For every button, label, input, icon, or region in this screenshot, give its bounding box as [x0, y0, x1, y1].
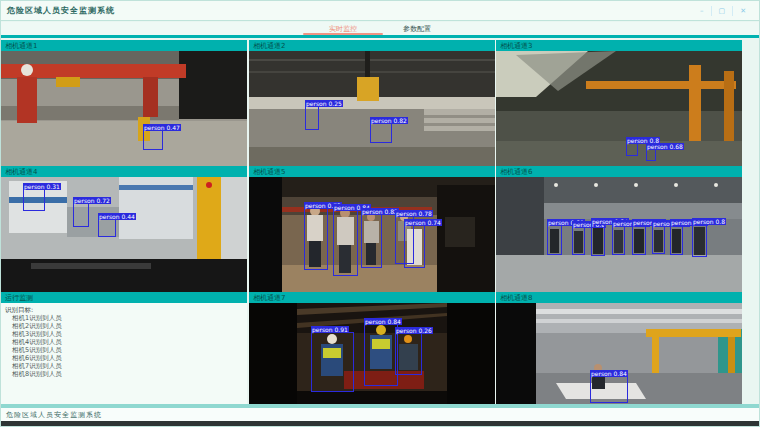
camera-channel-label: 相机通道5	[253, 167, 285, 177]
detection-box: person 0.25	[305, 106, 319, 130]
camera-channel-label: 相机通道3	[500, 41, 532, 51]
status-bar: 危险区域人员安全监测系统	[1, 408, 759, 421]
detection-label: person 0.84	[590, 370, 628, 377]
camera-feed-7[interactable]: person 0.91 person 0.84 person 0.26	[249, 303, 495, 404]
detection-box: person 0.89	[547, 225, 562, 255]
window-footer	[1, 421, 759, 427]
camera-scene-2	[249, 51, 495, 166]
log-list: 识别目标: 相机1识别到人员 相机2识别到人员 相机3识别到人员 相机4识别到人…	[1, 303, 247, 404]
window-controls: – ▢ ✕	[693, 6, 753, 16]
camera-panel-header: 相机通道3	[496, 40, 742, 51]
detection-label: person 0.44	[98, 213, 136, 220]
camera-panel-8: 相机通道8	[496, 292, 742, 404]
title-bar: 危险区域人员安全监测系统 – ▢ ✕	[1, 1, 759, 21]
camera-panel-2: 相机通道2 person 0.25	[249, 40, 495, 166]
log-panel-header: 运行监测	[1, 292, 247, 303]
detection-label: person 0.84	[364, 318, 402, 325]
detection-box: person 0.82	[361, 214, 382, 268]
camera-feed-8[interactable]: person 0.84	[496, 303, 742, 404]
log-line: 相机7识别到人员	[5, 362, 243, 370]
log-line: 相机1识别到人员	[5, 314, 243, 322]
camera-panel-5: 相机通道5	[249, 166, 495, 292]
log-line: 相机6识别到人员	[5, 354, 243, 362]
camera-feed-1[interactable]: person 0.47	[1, 51, 247, 166]
detection-box: person 0.84	[591, 224, 605, 256]
detection-box: person 0.8	[692, 224, 707, 257]
tab-bar: 实时监控 参数配置	[1, 22, 759, 35]
camera-panel-header: 相机通道8	[496, 292, 742, 303]
log-line: 相机8识别到人员	[5, 370, 243, 378]
detection-box: person 0.31	[23, 189, 45, 211]
camera-panel-header: 相机通道7	[249, 292, 495, 303]
detection-label: person 0.74	[404, 219, 442, 226]
camera-grid: 相机通道1 person 0.47	[1, 40, 743, 404]
camera-panel-header: 相机通道5	[249, 166, 495, 177]
detection-box: person 0.82	[370, 123, 392, 143]
detection-label: person 0.78	[395, 210, 433, 217]
detection-box: person 0.84	[590, 376, 628, 403]
header-divider	[1, 35, 759, 38]
detection-box: person 0.68	[646, 149, 656, 161]
detection-box: person 0.72	[73, 203, 89, 227]
tab-realtime-monitor[interactable]: 实时监控	[329, 22, 357, 35]
detection-label: person 0.31	[23, 183, 61, 190]
detection-label: person 0.68	[646, 143, 684, 150]
minimize-button[interactable]: –	[693, 6, 711, 16]
camera-feed-5[interactable]: person 0.73 person 0.84 person 0.82 pers…	[249, 177, 495, 292]
camera-panel-header: 相机通道4	[1, 166, 247, 177]
camera-feed-4[interactable]: person 0.31 person 0.72 person 0.44	[1, 177, 247, 292]
detection-label: person 0.25	[305, 100, 343, 107]
log-panel-title: 运行监测	[5, 293, 33, 303]
detection-box: person 0.84	[333, 210, 358, 276]
camera-channel-label: 相机通道7	[253, 293, 285, 303]
log-line: 相机5识别到人员	[5, 346, 243, 354]
detection-box: person 0.73	[304, 208, 328, 270]
camera-scene-3	[496, 51, 742, 166]
detection-label: person 0.72	[73, 197, 111, 204]
camera-panel-header: 相机通道2	[249, 40, 495, 51]
camera-panel-1: 相机通道1 person 0.47	[1, 40, 247, 166]
camera-feed-2[interactable]: person 0.25 person 0.82	[249, 51, 495, 166]
log-line: 相机3识别到人员	[5, 330, 243, 338]
detection-box: person 0.84	[364, 324, 398, 386]
detection-label: person 0.8	[692, 218, 726, 225]
detection-label: person 0.47	[143, 124, 181, 131]
camera-panel-header: 相机通道6	[496, 166, 742, 177]
camera-channel-label: 相机通道6	[500, 167, 532, 177]
app-window: 危险区域人员安全监测系统 – ▢ ✕ 实时监控 参数配置 相机通道1	[0, 0, 760, 427]
tab-parameter-config[interactable]: 参数配置	[403, 22, 431, 35]
camera-channel-label: 相机通道4	[5, 167, 37, 177]
detection-label: person 0.26	[395, 327, 433, 334]
camera-panel-4: 相机通道4 person 0.31	[1, 166, 247, 292]
status-text: 危险区域人员安全监测系统	[6, 410, 102, 420]
maximize-button[interactable]: ▢	[711, 6, 733, 16]
detection-label: person 0.91	[311, 326, 349, 333]
camera-channel-label: 相机通道8	[500, 293, 532, 303]
detection-box: person 0.26	[395, 333, 422, 375]
camera-channel-label: 相机通道1	[5, 41, 37, 51]
camera-channel-label: 相机通道2	[253, 41, 285, 51]
close-button[interactable]: ✕	[732, 6, 753, 16]
detection-box: person 0.81	[612, 226, 625, 255]
camera-panel-7: 相机通道7	[249, 292, 495, 404]
detection-box: person 0.47	[143, 130, 163, 150]
camera-panel-3: 相机通道3 person 0.8 person 0.68	[496, 40, 742, 166]
camera-panel-6: 相机通道6	[496, 166, 742, 292]
camera-panel-header: 相机通道1	[1, 40, 247, 51]
detection-box: person 0.8	[572, 227, 585, 255]
camera-feed-3[interactable]: person 0.8 person 0.68	[496, 51, 742, 166]
detection-label: person 0.82	[370, 117, 408, 124]
camera-scene-1	[1, 51, 247, 166]
detection-box: person 0.74	[404, 225, 425, 268]
log-line: 相机4识别到人员	[5, 338, 243, 346]
detection-label: person 0.82	[361, 208, 399, 215]
detection-box: person 0.8	[626, 143, 638, 156]
detection-box: person 0.83	[652, 226, 665, 254]
detection-box: person 0.78	[670, 225, 683, 255]
detection-box: person 0.91	[311, 332, 354, 392]
detection-box: person 0.8	[632, 225, 646, 255]
camera-feed-6[interactable]: person 0.89 person 0.8 person 0.84 perso…	[496, 177, 742, 292]
app-title: 危险区域人员安全监测系统	[7, 5, 115, 16]
log-line: 相机2识别到人员	[5, 322, 243, 330]
log-header: 识别目标:	[5, 306, 243, 314]
